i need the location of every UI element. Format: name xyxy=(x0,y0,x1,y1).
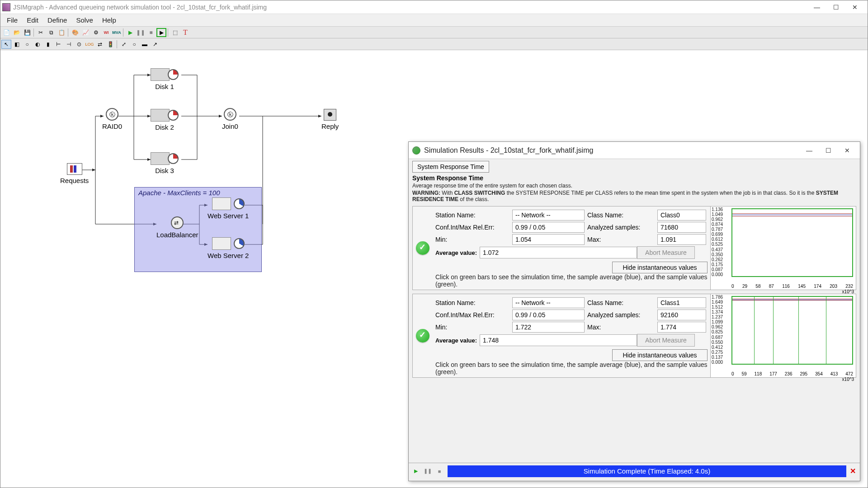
text-icon[interactable]: T xyxy=(180,28,190,37)
chart-class0[interactable]: 1.1361.0490.9620.8740.7870.6990.6120.525… xyxy=(710,206,856,290)
node-webserver2[interactable]: Web Server 2 xyxy=(208,237,249,259)
node-lb-label: LoadBalancer xyxy=(156,231,198,239)
pause-icon[interactable]: ❚❚ xyxy=(136,28,146,37)
node-ws2-label: Web Server 2 xyxy=(208,252,249,259)
source-icon[interactable]: ◧ xyxy=(12,40,22,49)
join-icon[interactable]: ⊣ xyxy=(64,40,74,49)
results-icon[interactable]: ▶ xyxy=(156,28,166,37)
maximize-button[interactable]: ☐ xyxy=(830,2,841,13)
dialog-title: Simulation Results - 2cl_10stat_fcr_fork… xyxy=(424,146,804,155)
conf-label: Conf.Int/Max Rel.Err: xyxy=(435,224,512,231)
menu-edit[interactable]: Edit xyxy=(22,14,43,26)
section-desc: Average response time of the entire syst… xyxy=(412,183,856,189)
template-icon[interactable]: ⬚ xyxy=(170,28,180,37)
tab-system-response-time[interactable]: System Response Time xyxy=(412,161,489,173)
dialog-footer: ▶ ❚❚ ■ Simulation Complete (Time Elapsed… xyxy=(409,463,860,479)
menu-define[interactable]: Define xyxy=(43,14,71,26)
play-icon[interactable]: ▶ xyxy=(125,28,135,37)
dialog-minimize-button[interactable]: — xyxy=(804,145,815,156)
edge-layer xyxy=(0,50,407,321)
min-value: 1.722 xyxy=(512,322,585,333)
dialog-titlebar[interactable]: Simulation Results - 2cl_10stat_fcr_fork… xyxy=(409,142,860,159)
class-value: Class1 xyxy=(657,297,706,308)
dialog-maximize-button[interactable]: ☐ xyxy=(823,145,834,156)
node-disk2[interactable]: Disk 2 xyxy=(151,109,179,131)
minimize-button[interactable]: — xyxy=(811,2,822,13)
node-join0[interactable]: ⓚ Join0 xyxy=(222,108,238,130)
hide-values-button[interactable]: Hide instantaneous values xyxy=(612,349,708,361)
max-label: Max: xyxy=(587,236,657,243)
max-value: 1.091 xyxy=(657,234,706,245)
fork-icon[interactable]: ⊢ xyxy=(53,40,63,49)
logger-icon[interactable]: LOG xyxy=(85,40,94,49)
menu-file[interactable]: File xyxy=(2,14,22,26)
abort-button[interactable]: Abort Measure xyxy=(637,246,695,259)
samples-label: Analyzed samples: xyxy=(587,311,657,319)
dialog-close-button[interactable]: ✕ xyxy=(842,145,853,156)
node-disk1[interactable]: Disk 1 xyxy=(151,68,179,90)
select-icon[interactable]: ↖ xyxy=(1,40,11,49)
stop-icon[interactable]: ■ xyxy=(146,28,156,37)
classes-icon[interactable]: 🎨 xyxy=(70,28,80,37)
section-title: System Response Time xyxy=(412,174,856,182)
whatif-icon[interactable]: WI xyxy=(101,28,111,37)
transition-icon[interactable]: ▬ xyxy=(140,40,150,49)
node-webserver1[interactable]: Web Server 1 xyxy=(208,197,249,220)
close-run-button[interactable]: ✕ xyxy=(847,466,858,477)
min-value: 1.054 xyxy=(512,234,585,245)
samples-value: 92160 xyxy=(657,310,706,320)
node-disk2-label: Disk 2 xyxy=(151,123,179,131)
conf-label: Conf.Int/Max Rel.Err: xyxy=(435,311,512,319)
run-stop-icon[interactable]: ■ xyxy=(435,467,444,476)
run-play-icon[interactable]: ▶ xyxy=(411,467,420,476)
run-pause-icon[interactable]: ❚❚ xyxy=(423,467,432,476)
paste-icon[interactable]: 📋 xyxy=(57,28,66,37)
scaler-icon[interactable]: ⤢ xyxy=(119,40,129,49)
connection-icon[interactable]: ↗ xyxy=(150,40,160,49)
node-disk3[interactable]: Disk 3 xyxy=(151,152,179,174)
class-label: Class Name: xyxy=(587,211,657,219)
save-icon[interactable]: 💾 xyxy=(22,28,32,37)
menu-help[interactable]: Help xyxy=(98,14,121,26)
node-requests[interactable]: Requests xyxy=(60,163,89,184)
node-reply[interactable]: Reply xyxy=(321,109,339,130)
sink-icon[interactable]: ▮ xyxy=(43,40,53,49)
node-loadbalancer[interactable]: ⇄ LoadBalancer xyxy=(156,216,198,239)
classswitch-icon[interactable]: ⇄ xyxy=(95,40,105,49)
measures-icon[interactable]: 📈 xyxy=(80,28,90,37)
router-icon[interactable]: ⊙ xyxy=(74,40,84,49)
params-icon[interactable]: ⚙ xyxy=(91,28,101,37)
semaphore-icon[interactable]: 🚦 xyxy=(105,40,115,49)
success-icon xyxy=(416,329,429,343)
hint-text: Click on green bars to see the simulatio… xyxy=(435,361,708,375)
dialog-icon xyxy=(412,146,420,155)
copy-icon[interactable]: ⧉ xyxy=(46,28,56,37)
open-icon[interactable]: 📂 xyxy=(12,28,22,37)
close-button[interactable]: ✕ xyxy=(849,2,860,13)
hide-values-button[interactable]: Hide instantaneous values xyxy=(612,262,708,273)
delay-icon[interactable]: ◐ xyxy=(33,40,42,49)
avg-input[interactable] xyxy=(480,247,637,258)
node-disk3-label: Disk 3 xyxy=(151,167,179,174)
avg-input[interactable] xyxy=(480,334,637,346)
min-label: Min: xyxy=(435,324,512,331)
node-raid0[interactable]: ⓚ RAID0 xyxy=(102,108,122,130)
chart-class1[interactable]: 1.7861.6491.5121.3741.2371.0990.9620.825… xyxy=(710,294,856,377)
app-icon xyxy=(2,3,10,11)
queue-icon[interactable]: ○ xyxy=(22,40,32,49)
success-icon xyxy=(416,241,429,255)
abort-button[interactable]: Abort Measure xyxy=(637,334,695,347)
menu-solve[interactable]: Solve xyxy=(71,14,98,26)
avg-label: Average value: xyxy=(435,249,480,256)
measure-panel-class1: Station Name: -- Network -- Class Name: … xyxy=(412,294,856,378)
class-label: Class Name: xyxy=(587,299,657,306)
conf-value: 0.99 / 0.05 xyxy=(512,310,585,320)
jmva-icon[interactable]: MVA xyxy=(112,28,122,37)
app-title: JSIMgraph - Advanced queueing network si… xyxy=(13,4,811,11)
new-icon[interactable]: 📄 xyxy=(1,28,11,37)
progress-bar: Simulation Complete (Time Elapsed: 4.0s) xyxy=(448,465,846,477)
cut-icon[interactable]: ✂ xyxy=(36,28,46,37)
region-title: Apache - MaxClients = 100 xyxy=(138,189,220,197)
place-icon[interactable]: ○ xyxy=(129,40,139,49)
section-warning: WARNING: With CLASS SWITCHING the SYSTEM… xyxy=(412,190,856,202)
